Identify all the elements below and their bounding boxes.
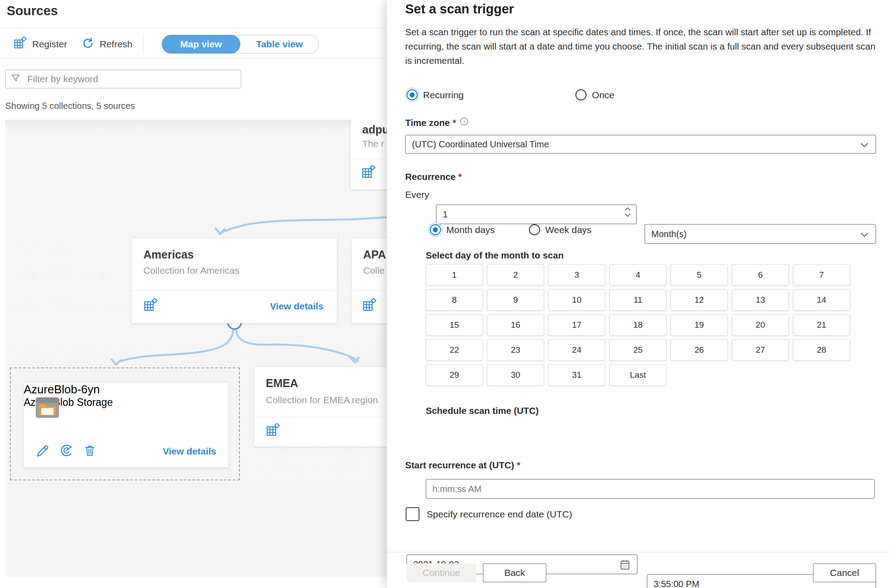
- number-spinner[interactable]: [625, 207, 631, 217]
- time-zone-select[interactable]: (UTC) Coordinated Universal Time: [405, 135, 876, 154]
- day-mode-radio-group: Month days Week days: [430, 224, 591, 235]
- scan-trigger-panel: Set a scan trigger Set a scan trigger to…: [387, 0, 889, 588]
- day-button[interactable]: 17: [548, 314, 605, 336]
- collection-card-emea[interactable]: EMEA Collection for EMEA region: [254, 367, 387, 446]
- interval-number-input[interactable]: [436, 204, 637, 224]
- collection-subtitle: Collection for EMEA region: [266, 395, 378, 405]
- day-button[interactable]: 10: [548, 289, 605, 311]
- time-zone-label: Time zone *: [405, 117, 469, 128]
- day-button[interactable]: 14: [793, 289, 850, 311]
- month-days-radio[interactable]: [430, 224, 441, 235]
- once-label[interactable]: Once: [592, 90, 614, 100]
- day-button[interactable]: 12: [671, 289, 728, 311]
- recurring-label[interactable]: Recurring: [423, 90, 464, 100]
- filter-input[interactable]: [26, 73, 236, 85]
- end-date-checkbox[interactable]: [406, 507, 419, 521]
- divider: [0, 58, 387, 58]
- panel-title: Set a scan trigger: [405, 2, 514, 17]
- selected-source-outline: AzureBlob-6yn Azure Blob Storage: [10, 367, 240, 480]
- week-days-radio[interactable]: [529, 224, 540, 235]
- toolbar-separator: [143, 34, 143, 54]
- day-button[interactable]: 22: [426, 339, 483, 361]
- view-details-link[interactable]: View details: [163, 446, 216, 457]
- day-button[interactable]: 24: [548, 339, 605, 361]
- day-button[interactable]: 30: [487, 364, 544, 386]
- collection-icon: [362, 298, 377, 314]
- day-button[interactable]: 8: [426, 289, 483, 311]
- collection-connectors: [5, 120, 387, 577]
- card-divider: [352, 290, 387, 291]
- schedule-time-value[interactable]: [426, 484, 874, 495]
- once-radio[interactable]: [575, 89, 587, 100]
- start-recurrence-label-text: Start recurrence at (UTC): [405, 460, 514, 471]
- required-asterisk: *: [458, 171, 462, 182]
- continue-button[interactable]: Continue: [407, 563, 476, 582]
- day-button[interactable]: 21: [793, 314, 850, 336]
- select-day-label: Select day of the month to scan: [426, 250, 564, 261]
- cancel-button[interactable]: Cancel: [813, 563, 876, 582]
- recurrence-label: Recurrence *: [405, 171, 462, 182]
- start-recurrence-label: Start recurrence at (UTC) *: [405, 460, 520, 471]
- register-button[interactable]: Register: [13, 34, 67, 54]
- tab-map-view[interactable]: Map view: [162, 35, 240, 54]
- day-grid: 1 2 3 4 5 6 7 8 9 10 11 12 13 14 15 16 1…: [426, 264, 850, 386]
- day-button[interactable]: 23: [487, 339, 544, 361]
- interval-value[interactable]: [436, 209, 636, 220]
- calendar-icon[interactable]: [619, 559, 631, 572]
- back-button[interactable]: Back: [483, 563, 546, 582]
- day-button[interactable]: 15: [426, 314, 483, 336]
- divider: [0, 28, 387, 28]
- collection-subtitle: Colle: [363, 265, 385, 276]
- day-button[interactable]: 1: [426, 264, 483, 286]
- day-button[interactable]: 13: [732, 289, 789, 311]
- day-button[interactable]: 28: [793, 339, 850, 361]
- day-button[interactable]: 29: [426, 364, 483, 386]
- time-zone-value: (UTC) Coordinated Universal Time: [406, 139, 549, 150]
- tab-table-view[interactable]: Table view: [240, 39, 319, 50]
- refresh-icon: [82, 37, 94, 51]
- day-button[interactable]: 7: [793, 264, 850, 286]
- scan-icon[interactable]: [59, 444, 73, 459]
- day-button[interactable]: 20: [732, 314, 789, 336]
- filter-funnel-icon: [10, 73, 21, 85]
- day-button[interactable]: 9: [487, 289, 544, 311]
- recurring-radio[interactable]: [407, 89, 418, 100]
- day-button[interactable]: 6: [732, 264, 789, 286]
- day-button[interactable]: 19: [671, 314, 728, 336]
- day-button[interactable]: 5: [671, 264, 728, 286]
- collection-icon: [143, 298, 158, 314]
- map-canvas: adpu The r Americas Collection for Ameri…: [5, 120, 387, 577]
- info-icon[interactable]: [460, 117, 469, 128]
- day-button[interactable]: 18: [609, 314, 667, 336]
- week-days-label[interactable]: Week days: [545, 225, 592, 235]
- day-button[interactable]: 11: [609, 289, 667, 311]
- collection-title: adpu: [362, 123, 387, 136]
- time-zone-label-text: Time zone: [405, 117, 450, 128]
- panel-description: Set a scan trigger to run the scan at sp…: [405, 25, 878, 68]
- day-button[interactable]: 26: [671, 339, 728, 361]
- footer-divider: [387, 552, 889, 552]
- view-details-link[interactable]: View details: [270, 301, 323, 312]
- collection-icon: [266, 423, 280, 439]
- azure-blob-storage-icon: [35, 395, 60, 422]
- collection-card-root[interactable]: adpu The r: [351, 120, 387, 189]
- end-date-checkbox-label[interactable]: Specify recurrence end date (UTC): [427, 509, 572, 520]
- collection-card-apac[interactable]: APA Colle: [352, 238, 387, 323]
- day-button[interactable]: 4: [609, 264, 667, 286]
- day-button[interactable]: 27: [732, 339, 789, 361]
- edit-pencil-icon[interactable]: [35, 444, 49, 459]
- day-button[interactable]: 2: [487, 264, 544, 286]
- schedule-time-input[interactable]: [426, 479, 875, 499]
- source-card-azureblob[interactable]: AzureBlob-6yn Azure Blob Storage: [24, 383, 228, 467]
- day-button[interactable]: 16: [487, 314, 544, 336]
- source-actions: View details: [24, 435, 228, 467]
- day-button-last[interactable]: Last: [609, 364, 667, 386]
- day-button[interactable]: 3: [548, 264, 605, 286]
- month-days-label[interactable]: Month days: [446, 225, 495, 235]
- interval-unit-select[interactable]: Month(s): [645, 224, 876, 244]
- refresh-button[interactable]: Refresh: [82, 34, 133, 54]
- day-button[interactable]: 25: [609, 339, 667, 361]
- delete-trash-icon[interactable]: [84, 444, 96, 459]
- day-button[interactable]: 31: [548, 364, 605, 386]
- collection-card-americas[interactable]: Americas Collection for Americas View de…: [132, 238, 337, 323]
